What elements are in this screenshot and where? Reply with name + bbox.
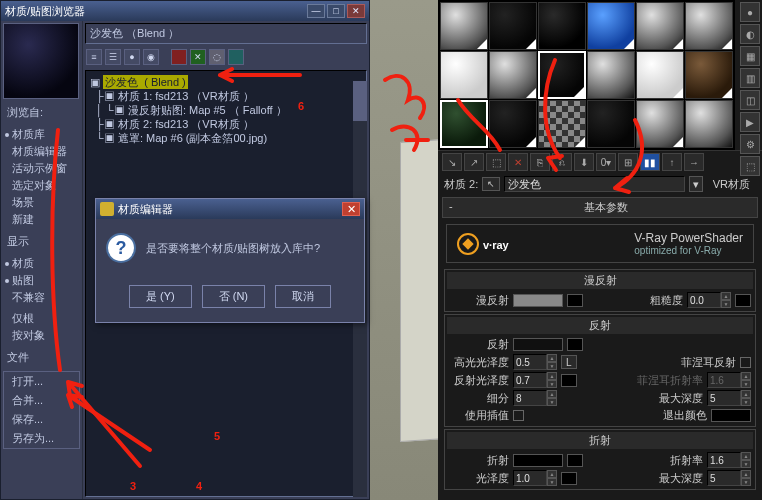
mat-slot[interactable] <box>489 100 537 148</box>
material-name-input[interactable] <box>504 176 684 192</box>
go-to-parent-icon[interactable]: ↑ <box>662 153 682 171</box>
get-icon[interactable] <box>228 49 244 65</box>
reflect-map-button[interactable] <box>567 338 583 351</box>
browse-material-lib[interactable]: 材质库 <box>3 126 80 143</box>
show-materials[interactable]: 材质 <box>3 255 80 272</box>
mat-slot[interactable] <box>587 51 635 99</box>
minimize-button[interactable]: — <box>307 4 325 18</box>
by-object[interactable]: 按对象 <box>3 327 80 344</box>
close-button[interactable]: ✕ <box>347 4 365 18</box>
view-large-icon[interactable]: ◉ <box>143 49 159 65</box>
mat-slot[interactable] <box>685 51 733 99</box>
view-list2-icon[interactable]: ☰ <box>105 49 121 65</box>
max-depth-input[interactable] <box>707 390 741 406</box>
mat-slot-selected[interactable] <box>538 51 586 99</box>
diffuse-color-swatch[interactable] <box>513 294 563 307</box>
spin-down-icon[interactable]: ▼ <box>721 300 731 308</box>
root-only[interactable]: 仅根 <box>3 310 80 327</box>
mat-slot[interactable] <box>440 2 488 50</box>
refr-depth-input[interactable] <box>707 470 741 486</box>
background-icon[interactable]: ▦ <box>740 46 760 66</box>
spin-up-icon[interactable]: ▲ <box>721 292 731 300</box>
select-by-mat-icon[interactable]: ⬚ <box>740 156 760 176</box>
tree-item-2[interactable]: 漫反射贴图: Map #5 （ Falloff ） <box>128 104 287 116</box>
exit-color-swatch[interactable] <box>711 409 751 422</box>
roughness-map-button[interactable] <box>735 294 751 307</box>
tree-item-4[interactable]: 遮罩: Map #6 (副本金箔00.jpg) <box>118 132 267 144</box>
make-preview-icon[interactable]: ▶ <box>740 112 760 132</box>
clear-icon[interactable]: ◌ <box>209 49 225 65</box>
roughness-input[interactable] <box>687 292 721 308</box>
browser-titlebar[interactable]: 材质/贴图浏览器 — □ ✕ <box>1 1 369 21</box>
mat-slot[interactable] <box>636 51 684 99</box>
file-save[interactable]: 保存... <box>4 410 79 429</box>
show-maps[interactable]: 贴图 <box>3 272 80 289</box>
mat-slot[interactable] <box>587 100 635 148</box>
ior-input[interactable] <box>707 452 741 468</box>
dialog-close-button[interactable]: ✕ <box>342 202 360 216</box>
tree-item-3[interactable]: 材质 2: fsd213 （VR材质 ） <box>118 118 254 130</box>
fresnel-ior-input[interactable] <box>707 372 741 388</box>
refr-gloss-map-button[interactable] <box>561 472 577 485</box>
mat-slot[interactable] <box>538 100 586 148</box>
interp-checkbox[interactable] <box>513 410 524 421</box>
browse-new[interactable]: 新建 <box>3 211 80 228</box>
mat-slot[interactable] <box>587 2 635 50</box>
yes-button[interactable]: 是 (Y) <box>129 285 192 308</box>
view-list-icon[interactable]: ≡ <box>86 49 102 65</box>
subdiv-input[interactable] <box>513 390 547 406</box>
go-forward-icon[interactable]: → <box>684 153 704 171</box>
mat-slot[interactable] <box>685 100 733 148</box>
no-button[interactable]: 否 (N) <box>202 285 265 308</box>
mat-slot[interactable] <box>636 100 684 148</box>
file-save-as[interactable]: 另存为... <box>4 429 79 448</box>
make-copy-icon[interactable]: ⎘ <box>530 153 550 171</box>
show-end-result-icon[interactable]: ▮▮ <box>640 153 660 171</box>
reflect-color-swatch[interactable] <box>513 338 563 351</box>
browse-active-slot[interactable]: 活动示例窗 <box>3 160 80 177</box>
preview-sphere[interactable] <box>3 23 79 99</box>
view-thumb-icon[interactable]: ● <box>124 49 140 65</box>
tree-root[interactable]: 沙发色 ( Blend ) <box>103 75 188 89</box>
refr-gloss-input[interactable] <box>513 470 547 486</box>
diffuse-map-button[interactable] <box>567 294 583 307</box>
sample-uv-icon[interactable]: ▥ <box>740 68 760 88</box>
reset-icon[interactable]: ✕ <box>508 153 528 171</box>
sample-type-icon[interactable]: ● <box>740 2 760 22</box>
refract-map-button[interactable] <box>567 454 583 467</box>
file-open[interactable]: 打开... <box>4 372 79 391</box>
update-icon[interactable] <box>171 49 187 65</box>
material-id-icon[interactable]: 0▾ <box>596 153 616 171</box>
material-name-dropdown[interactable]: ▾ <box>689 176 703 192</box>
put-to-scene-icon[interactable]: ↗ <box>464 153 484 171</box>
cancel-button[interactable]: 取消 <box>275 285 331 308</box>
backlight-icon[interactable]: ◐ <box>740 24 760 44</box>
hilight-gloss-input[interactable] <box>513 354 547 370</box>
mat-slot[interactable] <box>489 2 537 50</box>
delete-icon[interactable]: ✕ <box>190 49 206 65</box>
lock-hilight-button[interactable]: L <box>561 355 577 369</box>
browse-selected[interactable]: 选定对象 <box>3 177 80 194</box>
assign-icon[interactable]: ⬚ <box>486 153 506 171</box>
mat-slot[interactable] <box>440 100 488 148</box>
file-merge[interactable]: 合并... <box>4 391 79 410</box>
refract-color-swatch[interactable] <box>513 454 563 467</box>
show-in-viewport-icon[interactable]: ⊞ <box>618 153 638 171</box>
put-to-library-icon[interactable]: ⬇ <box>574 153 594 171</box>
tree-item-1[interactable]: 材质 1: fsd213 （VR材质 ） <box>118 90 254 102</box>
mat-slot[interactable] <box>538 2 586 50</box>
mat-slot[interactable] <box>489 51 537 99</box>
options-icon[interactable]: ⚙ <box>740 134 760 154</box>
make-unique-icon[interactable]: ⎌ <box>552 153 572 171</box>
basic-params-rollout[interactable]: -基本参数 <box>442 197 758 218</box>
fresnel-checkbox[interactable] <box>740 357 751 368</box>
mat-slot[interactable] <box>440 51 488 99</box>
get-material-icon[interactable]: ↘ <box>442 153 462 171</box>
mat-slot[interactable] <box>636 2 684 50</box>
video-check-icon[interactable]: ◫ <box>740 90 760 110</box>
dialog-titlebar[interactable]: 材质编辑器 ✕ <box>96 199 364 219</box>
show-incompatible[interactable]: 不兼容 <box>3 289 80 306</box>
pick-material-icon[interactable]: ↖ <box>482 177 500 191</box>
refl-gloss-map-button[interactable] <box>561 374 577 387</box>
browse-scene[interactable]: 场景 <box>3 194 80 211</box>
